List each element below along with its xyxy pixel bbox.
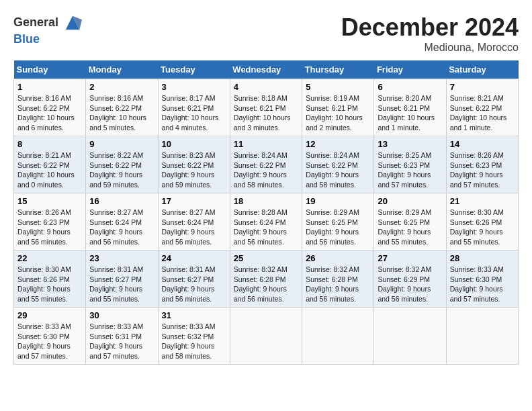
day-number: 10 bbox=[162, 139, 226, 149]
day-number: 25 bbox=[234, 253, 298, 263]
calendar-cell: 13Sunrise: 8:25 AMSunset: 6:23 PMDayligh… bbox=[374, 136, 446, 193]
day-number: 28 bbox=[450, 253, 515, 263]
day-number: 24 bbox=[162, 253, 226, 263]
calendar-cell: 6Sunrise: 8:20 AMSunset: 6:21 PMDaylight… bbox=[374, 79, 446, 136]
header-wednesday: Wednesday bbox=[230, 60, 302, 79]
day-number: 17 bbox=[162, 196, 226, 206]
day-number: 4 bbox=[234, 82, 298, 92]
calendar-cell: 31Sunrise: 8:33 AMSunset: 6:32 PMDayligh… bbox=[158, 308, 230, 365]
day-info: Sunrise: 8:18 AMSunset: 6:21 PMDaylight:… bbox=[234, 93, 298, 133]
day-number: 12 bbox=[306, 139, 370, 149]
day-info: Sunrise: 8:20 AMSunset: 6:21 PMDaylight:… bbox=[378, 93, 442, 133]
calendar-cell: 17Sunrise: 8:27 AMSunset: 6:24 PMDayligh… bbox=[158, 193, 230, 250]
day-info: Sunrise: 8:30 AMSunset: 6:26 PMDaylight:… bbox=[17, 265, 82, 304]
calendar-cell: 10Sunrise: 8:23 AMSunset: 6:22 PMDayligh… bbox=[158, 136, 230, 193]
calendar-table: SundayMondayTuesdayWednesdayThursdayFrid… bbox=[13, 60, 519, 365]
calendar-cell: 3Sunrise: 8:17 AMSunset: 6:21 PMDaylight… bbox=[158, 79, 230, 136]
calendar-cell bbox=[446, 308, 518, 365]
day-info: Sunrise: 8:21 AMSunset: 6:22 PMDaylight:… bbox=[17, 150, 82, 190]
calendar-cell: 18Sunrise: 8:28 AMSunset: 6:24 PMDayligh… bbox=[230, 193, 302, 250]
calendar-cell: 26Sunrise: 8:32 AMSunset: 6:28 PMDayligh… bbox=[302, 250, 374, 308]
calendar-cell: 20Sunrise: 8:29 AMSunset: 6:25 PMDayligh… bbox=[374, 193, 446, 250]
calendar-cell: 21Sunrise: 8:30 AMSunset: 6:26 PMDayligh… bbox=[446, 193, 518, 250]
day-info: Sunrise: 8:23 AMSunset: 6:22 PMDaylight:… bbox=[162, 150, 226, 190]
day-number: 6 bbox=[378, 82, 442, 92]
calendar-week-2: 8Sunrise: 8:21 AMSunset: 6:22 PMDaylight… bbox=[14, 136, 519, 193]
day-info: Sunrise: 8:29 AMSunset: 6:25 PMDaylight:… bbox=[378, 208, 442, 247]
calendar-cell: 19Sunrise: 8:29 AMSunset: 6:25 PMDayligh… bbox=[302, 193, 374, 250]
day-number: 8 bbox=[17, 139, 82, 149]
day-number: 5 bbox=[306, 82, 370, 92]
calendar-cell: 14Sunrise: 8:26 AMSunset: 6:23 PMDayligh… bbox=[446, 136, 518, 193]
day-info: Sunrise: 8:19 AMSunset: 6:21 PMDaylight:… bbox=[306, 93, 370, 133]
day-number: 2 bbox=[89, 82, 154, 92]
day-number: 15 bbox=[17, 196, 82, 206]
day-info: Sunrise: 8:25 AMSunset: 6:23 PMDaylight:… bbox=[378, 150, 442, 190]
calendar-cell: 27Sunrise: 8:32 AMSunset: 6:29 PMDayligh… bbox=[374, 250, 446, 308]
location: Mediouna, Morocco bbox=[341, 42, 519, 54]
day-number: 13 bbox=[378, 139, 442, 149]
title-block: December 2024 Mediouna, Morocco bbox=[341, 13, 519, 54]
calendar-cell: 1Sunrise: 8:16 AMSunset: 6:22 PMDaylight… bbox=[14, 79, 86, 136]
day-info: Sunrise: 8:33 AMSunset: 6:32 PMDaylight:… bbox=[162, 322, 226, 361]
calendar-cell: 28Sunrise: 8:33 AMSunset: 6:30 PMDayligh… bbox=[446, 250, 518, 308]
day-info: Sunrise: 8:16 AMSunset: 6:22 PMDaylight:… bbox=[17, 93, 82, 133]
calendar-cell: 11Sunrise: 8:24 AMSunset: 6:22 PMDayligh… bbox=[230, 136, 302, 193]
calendar-week-3: 15Sunrise: 8:26 AMSunset: 6:23 PMDayligh… bbox=[14, 193, 519, 250]
day-info: Sunrise: 8:27 AMSunset: 6:24 PMDaylight:… bbox=[89, 208, 154, 247]
day-number: 7 bbox=[450, 82, 515, 92]
calendar-header-row: SundayMondayTuesdayWednesdayThursdayFrid… bbox=[14, 60, 519, 79]
calendar-cell: 22Sunrise: 8:30 AMSunset: 6:26 PMDayligh… bbox=[14, 250, 86, 308]
logo: General Blue bbox=[13, 13, 82, 46]
calendar-cell: 5Sunrise: 8:19 AMSunset: 6:21 PMDaylight… bbox=[302, 79, 374, 136]
day-info: Sunrise: 8:31 AMSunset: 6:27 PMDaylight:… bbox=[162, 265, 226, 304]
day-info: Sunrise: 8:33 AMSunset: 6:30 PMDaylight:… bbox=[450, 265, 515, 304]
day-info: Sunrise: 8:21 AMSunset: 6:22 PMDaylight:… bbox=[450, 93, 515, 133]
calendar-cell: 23Sunrise: 8:31 AMSunset: 6:27 PMDayligh… bbox=[86, 250, 158, 308]
header-sunday: Sunday bbox=[14, 60, 86, 79]
calendar-week-1: 1Sunrise: 8:16 AMSunset: 6:22 PMDaylight… bbox=[14, 79, 519, 136]
logo-blue: Blue bbox=[13, 32, 82, 46]
day-info: Sunrise: 8:27 AMSunset: 6:24 PMDaylight:… bbox=[162, 208, 226, 247]
header-thursday: Thursday bbox=[302, 60, 374, 79]
day-info: Sunrise: 8:26 AMSunset: 6:23 PMDaylight:… bbox=[17, 208, 82, 247]
day-number: 27 bbox=[378, 253, 442, 263]
day-number: 9 bbox=[89, 139, 154, 149]
calendar-cell: 7Sunrise: 8:21 AMSunset: 6:22 PMDaylight… bbox=[446, 79, 518, 136]
calendar-cell: 12Sunrise: 8:24 AMSunset: 6:22 PMDayligh… bbox=[302, 136, 374, 193]
day-info: Sunrise: 8:31 AMSunset: 6:27 PMDaylight:… bbox=[89, 265, 154, 304]
day-number: 20 bbox=[378, 196, 442, 206]
calendar-cell: 2Sunrise: 8:16 AMSunset: 6:22 PMDaylight… bbox=[86, 79, 158, 136]
month-title: December 2024 bbox=[341, 13, 519, 42]
logo-general: General bbox=[13, 13, 82, 32]
day-number: 22 bbox=[17, 253, 82, 263]
calendar-cell: 8Sunrise: 8:21 AMSunset: 6:22 PMDaylight… bbox=[14, 136, 86, 193]
day-number: 31 bbox=[162, 310, 226, 320]
header-friday: Friday bbox=[374, 60, 446, 79]
header-monday: Monday bbox=[86, 60, 158, 79]
calendar-cell: 25Sunrise: 8:32 AMSunset: 6:28 PMDayligh… bbox=[230, 250, 302, 308]
day-info: Sunrise: 8:32 AMSunset: 6:28 PMDaylight:… bbox=[234, 265, 298, 304]
day-info: Sunrise: 8:24 AMSunset: 6:22 PMDaylight:… bbox=[306, 150, 370, 190]
day-info: Sunrise: 8:33 AMSunset: 6:31 PMDaylight:… bbox=[89, 322, 154, 361]
header-saturday: Saturday bbox=[446, 60, 518, 79]
day-info: Sunrise: 8:16 AMSunset: 6:22 PMDaylight:… bbox=[89, 93, 154, 133]
day-number: 1 bbox=[17, 82, 82, 92]
day-number: 14 bbox=[450, 139, 515, 149]
calendar-cell bbox=[374, 308, 446, 365]
calendar-cell: 24Sunrise: 8:31 AMSunset: 6:27 PMDayligh… bbox=[158, 250, 230, 308]
day-info: Sunrise: 8:26 AMSunset: 6:23 PMDaylight:… bbox=[450, 150, 515, 190]
day-number: 18 bbox=[234, 196, 298, 206]
day-info: Sunrise: 8:24 AMSunset: 6:22 PMDaylight:… bbox=[234, 150, 298, 190]
logo-icon bbox=[63, 13, 82, 32]
calendar-cell: 4Sunrise: 8:18 AMSunset: 6:21 PMDaylight… bbox=[230, 79, 302, 136]
calendar-cell: 29Sunrise: 8:33 AMSunset: 6:30 PMDayligh… bbox=[14, 308, 86, 365]
day-info: Sunrise: 8:29 AMSunset: 6:25 PMDaylight:… bbox=[306, 208, 370, 247]
day-number: 29 bbox=[17, 310, 82, 320]
day-number: 26 bbox=[306, 253, 370, 263]
day-number: 23 bbox=[89, 253, 154, 263]
day-info: Sunrise: 8:33 AMSunset: 6:30 PMDaylight:… bbox=[17, 322, 82, 361]
calendar-cell: 16Sunrise: 8:27 AMSunset: 6:24 PMDayligh… bbox=[86, 193, 158, 250]
day-number: 11 bbox=[234, 139, 298, 149]
day-number: 16 bbox=[89, 196, 154, 206]
